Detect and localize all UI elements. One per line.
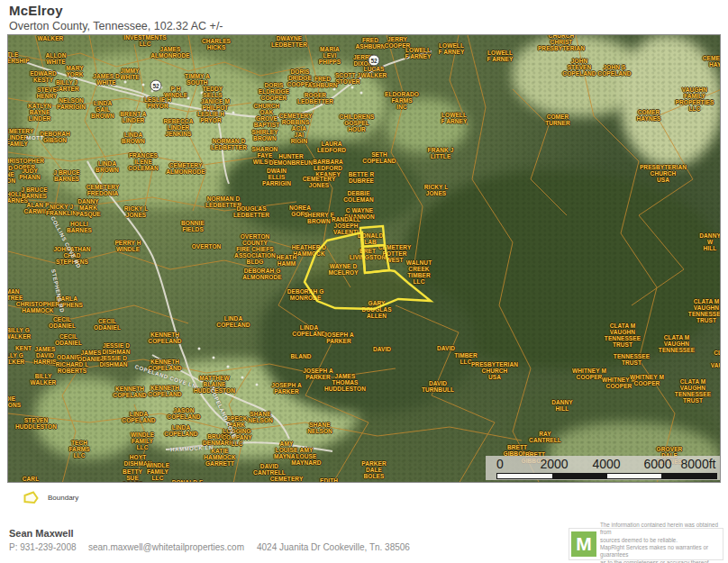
boundary-polygon [362,245,389,273]
mapright-logo: M [571,531,596,557]
page-subtitle: Overton County, Tennessee, 102.32 AC +/- [9,20,223,32]
agent-phone: P: 931-239-2008 [9,542,77,552]
map-canvas[interactable]: WALKERINVESTMENTS LLCDWAYNE LEDBETTERFRE… [7,34,721,483]
disclaimer-text: The information contained herein was obt… [600,522,723,563]
boundary-legend-icon [23,491,39,504]
header: McElroy Overton County, Tennessee, 102.3… [9,3,223,32]
scale-tick: 2000 [540,457,568,471]
legend-item-label: Boundary [48,494,78,502]
legend: Boundary [23,491,78,504]
agent-email[interactable]: sean.maxwell@whitetailproperties.com [88,542,244,552]
property-boundary [8,35,721,483]
page-title: McElroy [9,3,223,18]
scale-bar: 0 2000 4000 6000 8000ft [486,456,721,480]
scale-bar-segments [496,473,717,479]
boundary-polygon [360,226,385,247]
footer: Sean Maxwell P: 931-239-2008 sean.maxwel… [9,528,568,553]
agent-name: Sean Maxwell [9,528,568,539]
agent-address: 4024 Juanita Dr Cookeville, Tn. 38506 [257,542,410,552]
scale-tick: 4000 [592,457,620,471]
scale-tick: 6000 [643,457,671,471]
disclaimer: M The information contained herein was o… [569,528,723,560]
scale-tick: 0 [496,457,504,471]
scale-tick: 8000ft [681,457,716,471]
